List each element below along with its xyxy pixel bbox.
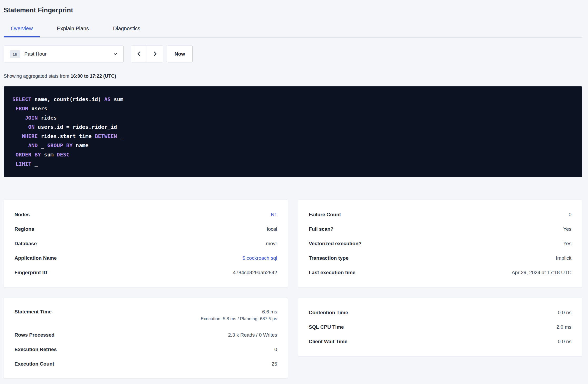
sql-line: SELECT name, count(rides.id) AS sum bbox=[12, 95, 574, 104]
statement-fingerprint-page: Statement Fingerprint OverviewExplain Pl… bbox=[0, 0, 588, 379]
card-row: Databasemovr bbox=[14, 236, 277, 251]
chevron-left-icon bbox=[136, 51, 142, 58]
row-label: Database bbox=[14, 241, 37, 247]
card-row: Statement Time6.6 msExecution: 5.8 ms / … bbox=[14, 305, 277, 328]
row-label: Regions bbox=[14, 226, 34, 232]
tab-bar: OverviewExplain PlansDiagnostics bbox=[4, 22, 582, 38]
row-label: Fingerprint ID bbox=[14, 270, 47, 275]
row-value: Implicit bbox=[556, 255, 571, 261]
timing-card: Statement Time6.6 msExecution: 5.8 ms / … bbox=[4, 298, 288, 379]
row-value-wrap: 6.6 msExecution: 5.8 ms / Planning: 687.… bbox=[201, 309, 277, 322]
sql-statement: SELECT name, count(rides.id) AS sum FROM… bbox=[4, 86, 582, 177]
time-step-buttons bbox=[131, 46, 163, 62]
row-value: 0 bbox=[569, 212, 571, 218]
time-range-badge: 1h bbox=[10, 50, 20, 58]
stats-prefix: Showing aggregated stats from bbox=[4, 73, 71, 79]
row-value-wrap: local bbox=[267, 226, 277, 232]
row-label: Statement Time bbox=[14, 309, 52, 315]
tab-overview[interactable]: Overview bbox=[4, 22, 40, 37]
row-label: Last execution time bbox=[309, 270, 355, 275]
row-value-wrap: 4784cb829aab2542 bbox=[233, 270, 277, 275]
time-range-label: Past Hour bbox=[24, 51, 47, 57]
row-value-wrap: Yes bbox=[563, 241, 571, 247]
row-label: Application Name bbox=[14, 255, 57, 261]
sql-line: ON users.id = rides.rider_id bbox=[12, 122, 574, 132]
time-range-select[interactable]: 1h Past Hour bbox=[4, 46, 124, 62]
row-label: Client Wait Time bbox=[309, 339, 347, 344]
card-row: Application Name$ cockroach sql bbox=[14, 251, 277, 265]
stats-range: 16:00 to 17:22 (UTC) bbox=[71, 73, 116, 79]
row-value-wrap: 0 bbox=[274, 347, 277, 352]
row-subvalue: Execution: 5.8 ms / Planning: 687.5 µs bbox=[201, 316, 277, 322]
aggregated-stats-text: Showing aggregated stats from 16:00 to 1… bbox=[4, 73, 582, 79]
row-value-wrap: 2.0 ms bbox=[556, 324, 571, 330]
tab-explain-plans[interactable]: Explain Plans bbox=[50, 22, 96, 37]
row-label: Failure Count bbox=[309, 212, 341, 218]
row-value-wrap: Yes bbox=[563, 226, 571, 232]
row-value-wrap: movr bbox=[266, 241, 277, 247]
row-value: 4784cb829aab2542 bbox=[233, 270, 277, 275]
row-label: Execution Retries bbox=[14, 347, 57, 352]
row-value: Yes bbox=[563, 241, 571, 247]
card-row: NodesN1 bbox=[14, 207, 277, 222]
row-value: 25 bbox=[272, 361, 277, 367]
time-controls: 1h Past Hour Now bbox=[4, 46, 582, 62]
row-value: 2.3 k Reads / 0 Writes bbox=[228, 332, 277, 338]
row-value-wrap: N1 bbox=[271, 212, 277, 218]
chevron-right-icon bbox=[152, 51, 158, 58]
row-value-wrap: 0 bbox=[569, 212, 571, 218]
row-value-wrap: 0.0 ns bbox=[558, 310, 571, 316]
now-button[interactable]: Now bbox=[167, 46, 193, 62]
sql-line: ORDER BY sum DESC bbox=[12, 150, 574, 159]
row-value: 0 bbox=[274, 347, 277, 352]
execution-card: Failure Count0Full scan?YesVectorized ex… bbox=[298, 200, 582, 287]
card-row: Transaction typeImplicit bbox=[309, 251, 571, 265]
row-value-wrap: Implicit bbox=[556, 255, 571, 261]
row-value: Apr 29, 2024 at 17:18 UTC bbox=[512, 270, 571, 275]
sql-line: LIMIT _ bbox=[12, 159, 574, 169]
row-label: Transaction type bbox=[309, 255, 348, 261]
details-card: NodesN1RegionslocalDatabasemovrApplicati… bbox=[4, 200, 288, 287]
sql-line: WHERE rides.start_time BETWEEN _ bbox=[12, 132, 574, 141]
card-row: Full scan?Yes bbox=[309, 222, 571, 236]
card-row: Client Wait Time0.0 ns bbox=[309, 334, 571, 349]
card-row: SQL CPU Time2.0 ms bbox=[309, 320, 571, 334]
row-label: SQL CPU Time bbox=[309, 324, 344, 330]
stats-cards: NodesN1RegionslocalDatabasemovrApplicati… bbox=[4, 200, 582, 379]
row-value-wrap: $ cockroach sql bbox=[242, 255, 277, 261]
row-label: Nodes bbox=[14, 212, 30, 218]
card-row: Execution Retries0 bbox=[14, 342, 277, 357]
row-value-link[interactable]: N1 bbox=[271, 212, 277, 218]
row-value: 0.0 ns bbox=[558, 339, 571, 344]
card-row: Contention Time0.0 ns bbox=[309, 305, 571, 320]
row-value-wrap: 25 bbox=[272, 361, 277, 367]
prev-time-button[interactable] bbox=[131, 46, 147, 62]
card-row: Regionslocal bbox=[14, 222, 277, 236]
sql-line: FROM users bbox=[12, 104, 574, 113]
tab-diagnostics[interactable]: Diagnostics bbox=[106, 22, 147, 37]
chevron-down-icon bbox=[113, 52, 118, 56]
row-value: 2.0 ms bbox=[556, 324, 571, 330]
row-value: Yes bbox=[563, 226, 571, 232]
sql-line: AND _ GROUP BY name bbox=[12, 141, 574, 150]
row-value: local bbox=[267, 226, 277, 232]
wait-card: Contention Time0.0 nsSQL CPU Time2.0 msC… bbox=[298, 298, 582, 356]
row-value: 6.6 ms bbox=[262, 309, 277, 315]
row-label: Full scan? bbox=[309, 226, 333, 232]
card-row: Vectorized execution?Yes bbox=[309, 236, 571, 251]
card-row: Fingerprint ID4784cb829aab2542 bbox=[14, 265, 277, 280]
row-value-wrap: 0.0 ns bbox=[558, 339, 571, 344]
row-label: Rows Processed bbox=[14, 332, 54, 338]
row-label: Contention Time bbox=[309, 310, 348, 316]
row-value-link[interactable]: $ cockroach sql bbox=[242, 255, 277, 261]
row-value-wrap: Apr 29, 2024 at 17:18 UTC bbox=[512, 270, 571, 275]
card-row: Rows Processed2.3 k Reads / 0 Writes bbox=[14, 328, 277, 342]
next-time-button[interactable] bbox=[147, 46, 163, 62]
row-label: Vectorized execution? bbox=[309, 241, 362, 247]
row-value-wrap: 2.3 k Reads / 0 Writes bbox=[228, 332, 277, 338]
sql-line: JOIN rides bbox=[12, 113, 574, 122]
card-row: Failure Count0 bbox=[309, 207, 571, 222]
card-row: Execution Count25 bbox=[14, 357, 277, 371]
card-row: Last execution timeApr 29, 2024 at 17:18… bbox=[309, 265, 571, 280]
row-value: movr bbox=[266, 241, 277, 247]
